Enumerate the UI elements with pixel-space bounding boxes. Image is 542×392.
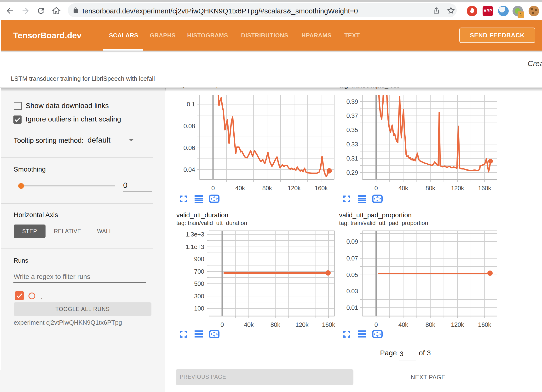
svg-text:0.07: 0.07	[346, 255, 358, 262]
svg-text:0.01: 0.01	[346, 304, 358, 311]
svg-text:500: 500	[194, 280, 204, 287]
svg-text:900: 900	[194, 255, 204, 263]
svg-text:160k: 160k	[315, 184, 328, 192]
svg-text:160k: 160k	[322, 321, 335, 328]
svg-text:40k: 40k	[398, 321, 408, 328]
svg-text:0.03: 0.03	[346, 288, 358, 295]
svg-text:0.37: 0.37	[346, 112, 358, 119]
svg-text:300: 300	[194, 293, 204, 300]
svg-text:80k: 80k	[426, 184, 436, 192]
svg-text:0.04: 0.04	[183, 166, 195, 173]
svg-text:1.3e+3: 1.3e+3	[186, 231, 204, 238]
svg-text:80k: 80k	[271, 321, 281, 328]
svg-text:120k: 120k	[451, 184, 464, 192]
svg-text:0.31: 0.31	[346, 155, 358, 162]
svg-text:0.08: 0.08	[183, 122, 195, 130]
svg-text:0.1: 0.1	[187, 101, 195, 108]
svg-text:120k: 120k	[451, 321, 464, 328]
svg-text:80k: 80k	[426, 321, 436, 328]
svg-text:160k: 160k	[478, 184, 491, 192]
svg-text:160k: 160k	[478, 321, 491, 328]
svg-text:0: 0	[375, 184, 378, 192]
svg-text:120k: 120k	[288, 184, 301, 192]
svg-text:0.39: 0.39	[346, 98, 358, 105]
svg-text:0: 0	[375, 321, 378, 328]
svg-text:100: 100	[194, 305, 204, 312]
svg-text:0.35: 0.35	[346, 126, 358, 133]
svg-text:80k: 80k	[262, 184, 272, 192]
svg-text:0.09: 0.09	[346, 238, 358, 245]
svg-text:40k: 40k	[398, 184, 408, 192]
svg-text:0: 0	[220, 321, 224, 328]
svg-text:0.05: 0.05	[346, 271, 358, 278]
svg-text:40k: 40k	[235, 184, 245, 192]
svg-text:700: 700	[194, 268, 204, 275]
svg-text:40k: 40k	[244, 321, 254, 328]
svg-text:0.33: 0.33	[346, 141, 358, 148]
svg-text:0.06: 0.06	[183, 144, 195, 151]
svg-text:1.1e+3: 1.1e+3	[186, 243, 204, 250]
svg-text:0: 0	[211, 184, 215, 192]
svg-text:120k: 120k	[295, 321, 309, 328]
svg-text:0.29: 0.29	[346, 169, 358, 176]
